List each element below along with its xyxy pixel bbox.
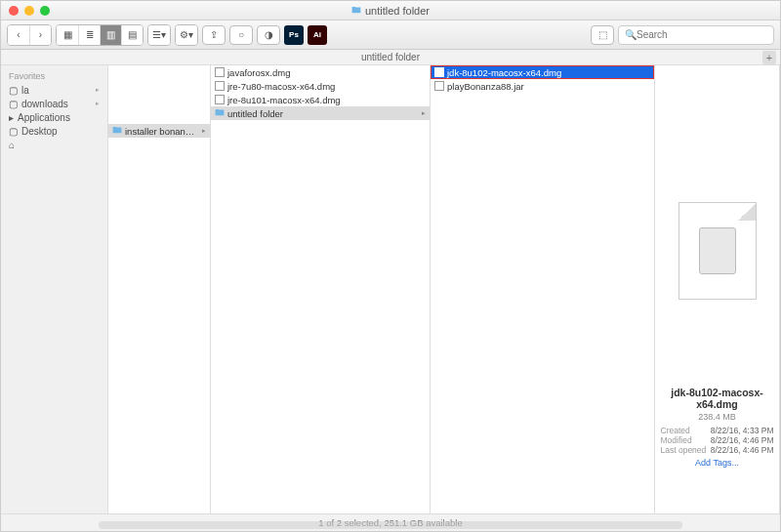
close-button[interactable] bbox=[9, 6, 19, 16]
file-icon bbox=[434, 81, 444, 91]
chevron-right-icon: ▸ bbox=[202, 127, 206, 135]
folder-icon bbox=[215, 107, 225, 119]
toolbar: ‹ › ▦ ≣ ▥ ▤ ☰▾ ⚙▾ ⇪ ○ ◑ Ps Ai ⬚ 🔍 bbox=[1, 20, 780, 50]
disk-image-icon bbox=[699, 227, 736, 274]
app-icon: ▸ bbox=[9, 112, 14, 123]
folder-icon: ▢ bbox=[9, 85, 18, 96]
home-icon: ⌂ bbox=[9, 140, 15, 150]
list-view-button[interactable]: ≣ bbox=[78, 25, 100, 45]
arrange-group: ☰▾ bbox=[147, 24, 171, 46]
window-title: untitled folder bbox=[351, 5, 430, 17]
action-group: ⚙▾ bbox=[175, 24, 198, 46]
column-3[interactable]: jdk-8u102-macosx-x64.dmg playBonanza88.j… bbox=[431, 65, 655, 513]
body: Favorites ▢la▸ ▢downloads▸ ▸Applications… bbox=[1, 65, 780, 513]
column-2[interactable]: javaforosx.dmg jre-7u80-macosx-x64.dmg j… bbox=[211, 65, 431, 513]
folder-icon bbox=[351, 5, 361, 17]
chevron-right-icon: ▸ bbox=[96, 86, 100, 94]
pathbar: untitled folder + bbox=[1, 50, 780, 65]
list-item-selected[interactable]: jdk-8u102-macosx-x64.dmg bbox=[431, 65, 654, 79]
search-input[interactable] bbox=[637, 29, 767, 40]
list-item[interactable]: javaforosx.dmg bbox=[211, 65, 430, 79]
nav-group: ‹ › bbox=[7, 24, 52, 46]
dropbox-button[interactable]: ⬚ bbox=[591, 25, 614, 45]
file-icon bbox=[215, 95, 225, 104]
sidebar-item[interactable]: ▢la▸ bbox=[1, 83, 107, 97]
meta-row: Last opened8/22/16, 4:46 PM bbox=[659, 445, 776, 455]
list-item[interactable]: jre-8u101-macosx-x64.dmg bbox=[211, 93, 430, 106]
gallery-view-button[interactable]: ▤ bbox=[121, 25, 143, 45]
file-icon bbox=[434, 67, 444, 77]
sidebar-header-favorites: Favorites bbox=[1, 69, 107, 83]
list-item[interactable]: untitled folder ▸ bbox=[211, 106, 430, 120]
meta-row: Created8/22/16, 4:33 PM bbox=[659, 426, 776, 435]
sidebar: Favorites ▢la▸ ▢downloads▸ ▸Applications… bbox=[1, 65, 108, 513]
item-label: installer bonanza88 bbox=[125, 126, 199, 137]
folder-icon: ▢ bbox=[9, 99, 18, 109]
photoshop-icon[interactable]: Ps bbox=[284, 25, 304, 45]
list-item[interactable]: jre-7u80-macosx-x64.dmg bbox=[211, 79, 430, 93]
maximize-button[interactable] bbox=[40, 6, 50, 16]
illustrator-icon[interactable]: Ai bbox=[308, 25, 327, 45]
preview-info: jdk-8u102-macosx-x64.dmg 238.4 MB Create… bbox=[659, 388, 776, 468]
item-label: jre-7u80-macosx-x64.dmg bbox=[227, 81, 335, 92]
item-label: jre-8u101-macosx-x64.dmg bbox=[227, 95, 341, 105]
forward-button[interactable]: › bbox=[29, 25, 51, 45]
search-icon: 🔍 bbox=[625, 29, 637, 40]
minimize-button[interactable] bbox=[24, 6, 34, 16]
chevron-right-icon: ▸ bbox=[422, 109, 426, 117]
finder-window: untitled folder ‹ › ▦ ≣ ▥ ▤ ☰▾ ⚙▾ ⇪ ○ ◑ … bbox=[0, 0, 781, 532]
sidebar-item[interactable]: ▢downloads▸ bbox=[1, 97, 107, 110]
preview-filesize: 238.4 MB bbox=[659, 412, 776, 422]
back-button[interactable]: ‹ bbox=[8, 25, 29, 45]
folder-icon: ▢ bbox=[9, 126, 18, 137]
list-item[interactable]: installer bonanza88 ▸ bbox=[108, 124, 210, 138]
title-text: untitled folder bbox=[365, 5, 430, 17]
item-label: playBonanza88.jar bbox=[447, 81, 524, 92]
quicklook-button[interactable]: ◑ bbox=[257, 25, 280, 45]
item-label: untitled folder bbox=[227, 108, 283, 119]
traffic-lights bbox=[9, 6, 50, 16]
titlebar: untitled folder bbox=[1, 1, 780, 20]
add-tags-button[interactable]: Add Tags... bbox=[659, 458, 776, 468]
action-button[interactable]: ⚙▾ bbox=[176, 25, 197, 45]
preview-filename: jdk-8u102-macosx-x64.dmg bbox=[659, 388, 776, 410]
column-1[interactable]: installer bonanza88 ▸ bbox=[108, 65, 211, 513]
sidebar-item[interactable]: ▸Applications bbox=[1, 110, 107, 124]
file-icon bbox=[215, 67, 225, 77]
item-label: javaforosx.dmg bbox=[227, 67, 290, 78]
item-label: jdk-8u102-macosx-x64.dmg bbox=[447, 67, 561, 78]
search-field[interactable]: 🔍 bbox=[618, 25, 774, 45]
share-button[interactable]: ⇪ bbox=[202, 25, 226, 45]
folder-icon bbox=[112, 125, 122, 137]
statusbar: 1 of 2 selected, 251.1 GB available bbox=[1, 513, 780, 531]
add-tab-button[interactable]: + bbox=[762, 51, 776, 64]
icon-view-button[interactable]: ▦ bbox=[57, 25, 78, 45]
pathbar-text: untitled folder bbox=[361, 52, 420, 62]
sidebar-item[interactable]: ▢Desktop bbox=[1, 124, 107, 138]
view-group: ▦ ≣ ▥ ▤ bbox=[56, 24, 144, 46]
column-view-button[interactable]: ▥ bbox=[100, 25, 121, 45]
file-icon bbox=[215, 81, 225, 91]
chevron-right-icon: ▸ bbox=[96, 100, 100, 107]
tags-button[interactable]: ○ bbox=[229, 25, 253, 45]
meta-row: Modified8/22/16, 4:46 PM bbox=[659, 435, 776, 445]
arrange-button[interactable]: ☰▾ bbox=[148, 25, 170, 45]
list-item[interactable]: playBonanza88.jar bbox=[431, 79, 654, 93]
horizontal-scrollbar[interactable] bbox=[99, 521, 682, 529]
sidebar-item-home[interactable]: ⌂ bbox=[1, 138, 107, 151]
preview-thumbnail[interactable] bbox=[678, 202, 757, 300]
preview-pane: jdk-8u102-macosx-x64.dmg 238.4 MB Create… bbox=[655, 65, 780, 513]
